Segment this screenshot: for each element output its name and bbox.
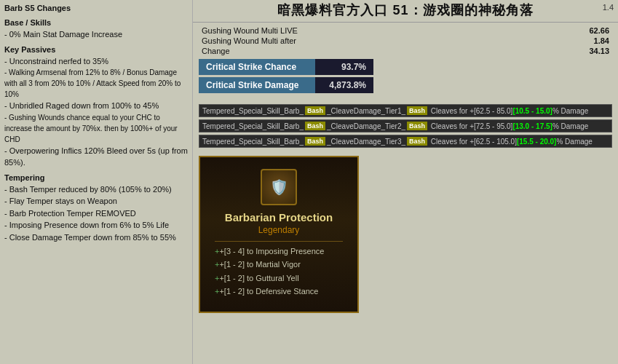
temper-suffix-3: Cleaves for +[62.5 - 105.0] <box>429 138 517 146</box>
temper-suffix-1: Cleaves for +[62.5 - 85.0] <box>429 107 512 115</box>
temper-row-3: Tempered_Special_Skill_Barb_ Bash _Cleav… <box>199 135 612 148</box>
kp-line5: - Overpowering Inflics 120% Bleed over 5… <box>4 145 188 169</box>
temper-end-3: % Damage <box>556 138 592 146</box>
base-line1: - 0% Main Stat Damage Increase <box>4 28 188 41</box>
crit-damage-label: Critical Strike Damage <box>199 77 315 93</box>
title-bar: 暗黑爆料官方入口 51：游戏圈的神秘角落 1.4 <box>193 0 618 23</box>
gushing-row3-label: Change <box>199 46 528 56</box>
t-line3: - Barb Protection Temper REMOVED <box>4 207 188 220</box>
item-stat-2: ++[1 - 2] to Martial Vigor <box>215 259 343 270</box>
crit-chance-value: 93.7% <box>315 59 373 75</box>
t-line2: - Flay Temper stays on Weapon <box>4 195 188 207</box>
temper-row-1: Tempered_Special_Skill_Barb_ Bash _Cleav… <box>199 104 612 117</box>
temper-suffix-2: Cleaves for +[72.5 - 95.0] <box>429 122 512 130</box>
temper-badge-1a: Bash <box>305 106 325 115</box>
t-line1: - Bash Temper reduced by 80% (105% to 20… <box>4 183 188 196</box>
gushing-row3-value: 34.13 <box>528 46 612 56</box>
barb-label: Barb S5 Changes <box>4 2 188 14</box>
crit-damage-value: 4,873.8% <box>315 77 373 93</box>
item-icon-area: 🛡️ <box>215 169 343 205</box>
t-line5: - Close Damage Temper down from 85% to 5… <box>4 232 188 244</box>
page-title: 暗黑爆料官方入口 51：游戏圈的神秘角落 <box>277 3 533 17</box>
kp-line4: - Gushing Wounds chance equal to your CH… <box>4 112 188 145</box>
temper-mid-1: _CleaveDamage_Tier1_ <box>327 107 405 115</box>
base-skills-title: Base / Skills <box>4 18 188 27</box>
temper-prefix-1: Tempered_Special_Skill_Barb_ <box>202 107 304 115</box>
temper-mid-3: _CleaveDamage_Tier3_ <box>327 138 405 146</box>
crit-chance-label: Critical Strike Chance <box>199 59 315 75</box>
gushing-row1-value: 62.66 <box>528 25 612 36</box>
temper-badge-3a: Bash <box>305 137 325 146</box>
temper-highlight-3: [15.5 - 20.0] <box>517 138 556 146</box>
temper-highlight-1: [10.5 - 15.0] <box>512 107 552 115</box>
kp-line1: - Unconstraind nerfed to 35% <box>4 55 188 68</box>
temper-badge-2b: Bash <box>407 122 427 130</box>
version-number: 1.4 <box>603 3 614 12</box>
temper-mid-2: _CleaveDamage_Tier2_ <box>327 122 405 130</box>
temper-rows-container: Tempered_Special_Skill_Barb_ Bash _Cleav… <box>193 104 618 150</box>
item-icon: 🛡️ <box>261 169 297 205</box>
temper-end-2: % Damage <box>552 122 588 130</box>
item-stat-3: ++[1 - 2] to Guttural Yell <box>215 273 343 284</box>
kp-line2: - Walking Armsenal from 12% to 8% / Bonu… <box>4 67 188 100</box>
temper-prefix-2: Tempered_Special_Skill_Barb_ <box>202 122 304 130</box>
item-stat-1: ++[3 - 4] to Imposing Presence <box>215 246 343 257</box>
temper-end-1: % Damage <box>552 107 588 115</box>
crit-box: Critical Strike Chance 93.7% Critical St… <box>199 59 612 93</box>
gushing-row1-label: Gushing Wound Multi LIVE <box>199 25 528 36</box>
temper-row-2: Tempered_Special_Skill_Barb_ Bash _Cleav… <box>199 119 612 132</box>
gushing-row2-value: 1.84 <box>528 36 612 46</box>
gushing-table: Gushing Wound Multi LIVE 62.66 Gushing W… <box>199 25 612 56</box>
gushing-row2-label: Gushing Wound Multi after <box>199 36 528 46</box>
item-area: 🛡️ Barbarian Protection Legendary ++[3 -… <box>193 150 618 364</box>
item-type: Legendary <box>215 225 343 235</box>
crit-damage-row: Critical Strike Damage 4,873.8% <box>199 77 612 93</box>
temper-badge-2a: Bash <box>305 122 325 130</box>
temper-highlight-2: [13.0 - 17.5] <box>512 122 552 130</box>
item-card: 🛡️ Barbarian Protection Legendary ++[3 -… <box>199 156 359 313</box>
temper-badge-3b: Bash <box>407 137 427 146</box>
temper-prefix-3: Tempered_Special_Skill_Barb_ <box>202 138 304 146</box>
kp-line3: - Unbridled Raged down from 100% to 45% <box>4 100 188 112</box>
key-passives-title: Key Passives <box>4 45 188 54</box>
item-name: Barbarian Protection <box>215 211 343 223</box>
temper-badge-1b: Bash <box>407 106 427 115</box>
tempering-title: Tempering <box>4 173 188 182</box>
item-stat-4: ++[1 - 2] to Defensive Stance <box>215 286 343 297</box>
crit-chance-row: Critical Strike Chance 93.7% <box>199 59 612 75</box>
t-line4: - Imposing Presence down from 6% to 5% L… <box>4 219 188 232</box>
item-divider <box>215 241 343 242</box>
